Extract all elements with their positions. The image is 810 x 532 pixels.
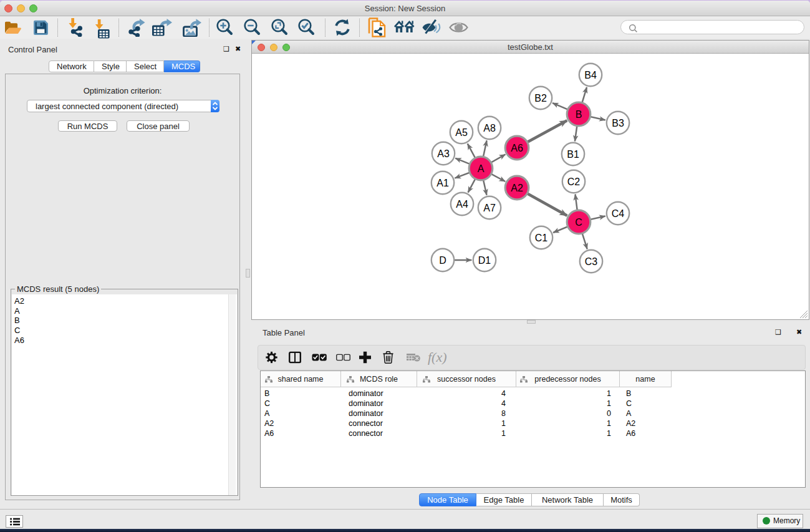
- svg-text:A8: A8: [483, 123, 496, 133]
- svg-text:A2: A2: [511, 183, 523, 193]
- svg-text:B3: B3: [612, 118, 624, 128]
- svg-text:A5: A5: [455, 127, 468, 138]
- svg-text:D: D: [439, 255, 446, 266]
- svg-text:A: A: [478, 163, 485, 174]
- svg-text:A1: A1: [436, 178, 449, 188]
- svg-text:A6: A6: [511, 143, 523, 153]
- svg-text:A4: A4: [456, 199, 468, 210]
- svg-text:B: B: [576, 109, 582, 120]
- svg-text:C3: C3: [585, 256, 598, 267]
- svg-text:B1: B1: [567, 149, 579, 160]
- svg-text:A3: A3: [437, 148, 450, 159]
- svg-text:C: C: [575, 217, 582, 228]
- svg-text:B4: B4: [584, 70, 597, 80]
- svg-text:D1: D1: [478, 255, 491, 266]
- svg-text:C2: C2: [567, 177, 581, 187]
- svg-text:B2: B2: [534, 93, 547, 104]
- svg-text:C1: C1: [535, 233, 548, 243]
- svg-text:C4: C4: [612, 208, 625, 219]
- svg-text:A7: A7: [483, 203, 496, 213]
